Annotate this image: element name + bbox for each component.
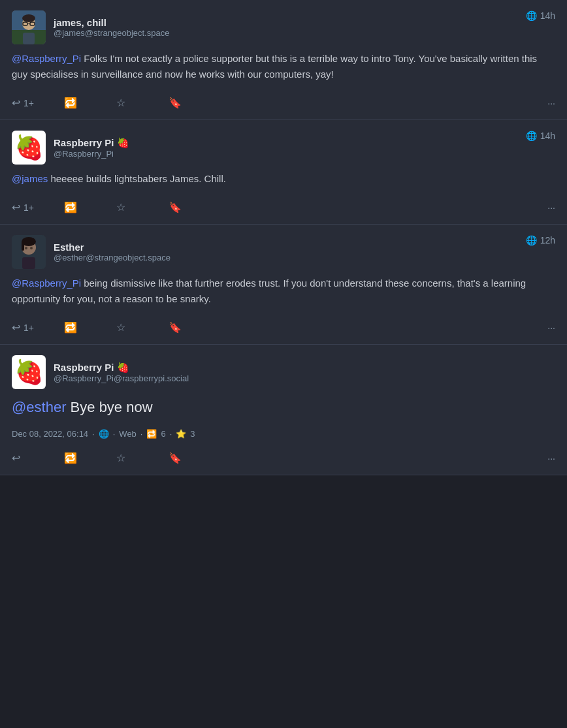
post-date: Dec 08, 2022, 06:14: [12, 429, 88, 439]
globe-icon: 🌐: [526, 131, 537, 141]
post-header: 🍓 Raspberry Pi 🍓 @Raspberry_Pi 🌐 14h: [12, 131, 555, 165]
boost-icon-meta: 🔁: [146, 429, 157, 439]
post-time: 🌐 12h: [526, 235, 555, 245]
user-handle: @esther@strangeobject.space: [54, 253, 170, 262]
bookmark-button[interactable]: 🔖: [169, 317, 221, 338]
boost-icon: 🔁: [64, 97, 77, 109]
more-button[interactable]: ···: [547, 449, 555, 467]
post-header: 🍓 Raspberry Pi 🍓 @Raspberry_Pi@raspberry…: [12, 355, 555, 389]
avatar: 🍓: [12, 355, 46, 389]
display-name: Esther: [54, 242, 170, 253]
display-name-emoji: 🍓: [117, 137, 129, 149]
bookmark-button[interactable]: 🔖: [169, 93, 221, 113]
post-content: @esther Bye bye now: [12, 396, 555, 419]
post-header: james, chill @james@strangeobject.space …: [12, 10, 555, 44]
post-actions: ↩ 1+ 🔁 ☆ 🔖 ···: [12, 90, 555, 113]
svg-rect-8: [23, 33, 35, 44]
reply-icon: ↩: [12, 321, 20, 334]
more-icon: ···: [547, 323, 555, 333]
reply-count: 1+: [24, 98, 34, 108]
more-button[interactable]: ···: [547, 319, 555, 337]
post-james: james, chill @james@strangeobject.space …: [0, 0, 567, 120]
display-name: Raspberry Pi 🍓: [54, 137, 129, 149]
reply-button[interactable]: ↩ 1+: [12, 197, 64, 217]
more-button[interactable]: ···: [547, 198, 555, 217]
meta-separator3: ·: [140, 429, 143, 439]
reply-icon: ↩: [12, 201, 20, 214]
boost-button[interactable]: 🔁: [64, 93, 116, 113]
post-actions: ↩ 🔁 ☆ 🔖 ···: [12, 445, 555, 468]
reply-button[interactable]: ↩ 1+: [12, 93, 64, 113]
boost-button[interactable]: 🔁: [64, 317, 116, 338]
post-content: @Raspberry_Pi being dismissive like that…: [12, 276, 555, 307]
post-esther: Esther @esther@strangeobject.space 🌐 12h…: [0, 225, 567, 345]
star-icon: ☆: [116, 97, 125, 109]
mention: @Raspberry_Pi: [12, 53, 81, 64]
favourite-button[interactable]: ☆: [116, 448, 169, 468]
reply-count: 1+: [24, 202, 34, 213]
bookmark-button[interactable]: 🔖: [169, 197, 221, 217]
display-name-emoji: 🍓: [117, 362, 129, 373]
bookmark-button[interactable]: 🔖: [169, 448, 221, 468]
star-count: 3: [190, 429, 195, 439]
meta-client: Web: [119, 429, 137, 439]
time-label: 14h: [540, 131, 555, 141]
post-header-left: 🍓 Raspberry Pi 🍓 @Raspberry_Pi: [12, 131, 129, 165]
bookmark-icon: 🔖: [169, 452, 182, 464]
svg-rect-13: [22, 242, 24, 251]
post-rpi-2: 🍓 Raspberry Pi 🍓 @Raspberry_Pi@raspberry…: [0, 345, 567, 475]
post-content: @james heeeee builds lightsbabers James.…: [12, 171, 555, 187]
post-header-left: james, chill @james@strangeobject.space: [12, 10, 169, 44]
reply-button[interactable]: ↩: [12, 448, 64, 468]
user-handle: @Raspberry_Pi@raspberrypi.social: [54, 373, 189, 383]
user-info: Esther @esther@strangeobject.space: [54, 242, 170, 262]
boost-button[interactable]: 🔁: [64, 197, 116, 217]
reply-button[interactable]: ↩ 1+: [12, 317, 64, 338]
display-name: Raspberry Pi 🍓: [54, 362, 189, 373]
meta-separator4: ·: [170, 429, 172, 439]
favourite-button[interactable]: ☆: [116, 93, 169, 113]
favourite-button[interactable]: ☆: [116, 317, 169, 338]
reply-icon: ↩: [12, 452, 20, 464]
bookmark-icon: 🔖: [169, 201, 182, 214]
avatar: [12, 10, 46, 44]
boost-button[interactable]: 🔁: [64, 448, 116, 468]
user-handle: @james@strangeobject.space: [54, 28, 169, 38]
avatar: 🍓: [12, 131, 46, 165]
post-header: Esther @esther@strangeobject.space 🌐 12h: [12, 235, 555, 269]
post-text: Folks I'm not exactly a police supporter…: [12, 53, 537, 80]
time-label: 14h: [540, 10, 555, 21]
svg-rect-16: [22, 257, 35, 269]
rpi-logo: 🍓: [14, 358, 44, 386]
user-info: james, chill @james@strangeobject.space: [54, 17, 169, 38]
bookmark-icon: 🔖: [169, 321, 182, 334]
mention: @esther: [12, 399, 66, 415]
favourite-button[interactable]: ☆: [116, 197, 169, 217]
user-info: Raspberry Pi 🍓 @Raspberry_Pi@raspberrypi…: [54, 362, 189, 383]
user-info: Raspberry Pi 🍓 @Raspberry_Pi: [54, 137, 129, 159]
post-text: being dismissive like that further erode…: [12, 277, 526, 304]
reply-count: 1+: [24, 323, 34, 333]
more-icon: ···: [547, 453, 555, 464]
more-button[interactable]: ···: [547, 94, 555, 112]
avatar: [12, 235, 46, 269]
time-label: 12h: [540, 235, 555, 245]
globe-icon: 🌐: [526, 10, 537, 21]
svg-point-14: [25, 247, 27, 249]
globe-icon: 🌐: [526, 235, 537, 245]
meta-separator: ·: [92, 429, 95, 439]
post-actions: ↩ 1+ 🔁 ☆ 🔖 ···: [12, 315, 555, 338]
boost-icon: 🔁: [64, 321, 77, 334]
rpi-logo: 🍓: [14, 134, 44, 161]
mention: @james: [12, 173, 48, 184]
boost-count: 6: [161, 429, 165, 439]
display-name: james, chill: [54, 17, 169, 28]
star-icon: ☆: [116, 201, 125, 214]
meta-globe-icon: 🌐: [99, 429, 109, 439]
post-header-left: Esther @esther@strangeobject.space: [12, 235, 170, 269]
post-time: 🌐 14h: [526, 10, 555, 21]
post-text: Bye bye now: [71, 399, 153, 415]
user-handle: @Raspberry_Pi: [54, 149, 129, 159]
meta-separator2: ·: [113, 429, 116, 439]
post-header-left: 🍓 Raspberry Pi 🍓 @Raspberry_Pi@raspberry…: [12, 355, 189, 389]
